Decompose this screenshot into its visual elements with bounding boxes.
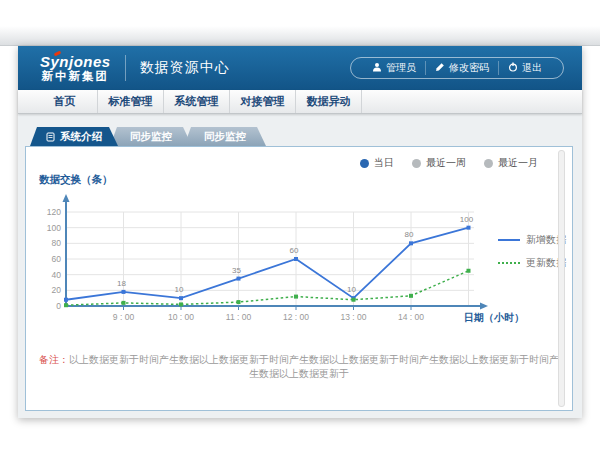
radio-label: 当日 (374, 156, 394, 170)
svg-text:120: 120 (47, 207, 61, 217)
svg-text:40: 40 (52, 270, 62, 280)
radio-label: 最近一月 (498, 156, 538, 170)
nav-item-system-mgmt[interactable]: 系统管理 (164, 90, 230, 113)
solid-line-swatch-icon (498, 239, 520, 241)
tab-bar: 系统介绍 同步监控 同步监控 (30, 127, 266, 146)
panel-scrollbar[interactable] (558, 150, 565, 407)
logo-primary-text: Synjones (40, 54, 111, 69)
page-title: 数据资源中心 (140, 59, 230, 77)
tab-label: 同步监控 (204, 127, 246, 146)
svg-text:60: 60 (290, 246, 299, 255)
radio-unselected-icon (412, 159, 421, 168)
legend-item-updated-data[interactable]: 更新数据 (498, 256, 566, 270)
radio-last-month[interactable]: 最近一月 (484, 156, 538, 170)
logout-label: 退出 (522, 61, 542, 75)
user-icon (372, 62, 386, 74)
tab-label: 系统介绍 (60, 127, 102, 146)
svg-text:10: 10 (347, 285, 356, 294)
tab-label: 同步监控 (130, 127, 172, 146)
current-user-button[interactable]: 管理员 (363, 61, 425, 75)
radio-today[interactable]: 当日 (360, 156, 394, 170)
logout-icon (508, 62, 522, 74)
app-window: Synjones 新中新集团 数据资源中心 管理员 修改密码 (18, 46, 582, 418)
radio-label: 最近一周 (426, 156, 466, 170)
svg-text:60: 60 (52, 254, 62, 264)
main-nav: 首页 标准管理 系统管理 对接管理 数据异动 (18, 90, 582, 114)
svg-text:100: 100 (47, 223, 61, 233)
chart-area: 0204060801001209 : 0010 : 0011 : 0012 : … (36, 185, 526, 343)
svg-text:18: 18 (117, 279, 126, 288)
nav-item-interface-mgmt[interactable]: 对接管理 (230, 90, 296, 113)
document-icon (46, 132, 55, 142)
nav-item-data-change[interactable]: 数据异动 (296, 90, 362, 113)
header-divider (125, 55, 126, 81)
footnote-prefix: 备注： (39, 354, 69, 365)
svg-text:100: 100 (460, 215, 474, 224)
svg-text:12 : 00: 12 : 00 (283, 312, 309, 322)
user-toolbar: 管理员 修改密码 退出 (350, 57, 564, 79)
svg-text:10: 10 (175, 285, 184, 294)
radio-selected-icon (360, 159, 369, 168)
logout-button[interactable]: 退出 (498, 61, 551, 75)
content-panel: 当日 最近一周 最近一月 数据交换（条） 0204060801001209 : … (25, 146, 573, 411)
footnote: 备注：以上数据更新于时间产生数据以上数据更新于时间产生数据以上数据更新于时间产生… (36, 353, 562, 381)
change-password-button[interactable]: 修改密码 (425, 61, 498, 75)
user-label: 管理员 (386, 61, 416, 75)
tab-system-intro[interactable]: 系统介绍 (30, 127, 118, 146)
radio-unselected-icon (484, 159, 493, 168)
svg-text:日期（小时）: 日期（小时） (464, 312, 524, 323)
top-band (0, 26, 600, 46)
svg-text:35: 35 (232, 266, 241, 275)
nav-item-standard-mgmt[interactable]: 标准管理 (98, 90, 164, 113)
svg-text:80: 80 (52, 238, 62, 248)
edit-icon (435, 62, 449, 74)
nav-item-home[interactable]: 首页 (32, 90, 98, 113)
svg-text:0: 0 (56, 301, 61, 311)
tab-sync-monitor-2[interactable]: 同步监控 (184, 127, 266, 146)
header: Synjones 新中新集团 数据资源中心 管理员 修改密码 (18, 46, 582, 90)
chart-legend: 新增数据 更新数据 (498, 233, 566, 279)
svg-text:20: 20 (52, 285, 62, 295)
svg-text:10 : 00: 10 : 00 (168, 312, 194, 322)
svg-text:13 : 00: 13 : 00 (341, 312, 367, 322)
period-filter-group: 当日 最近一周 最近一月 (360, 156, 538, 170)
radio-last-week[interactable]: 最近一周 (412, 156, 466, 170)
legend-item-new-data[interactable]: 新增数据 (498, 233, 566, 247)
svg-text:14 : 00: 14 : 00 (398, 312, 424, 322)
svg-text:9 : 00: 9 : 00 (113, 312, 135, 322)
brand-logo: Synjones 新中新集团 (40, 54, 111, 83)
dotted-line-swatch-icon (498, 262, 520, 264)
svg-text:11 : 00: 11 : 00 (226, 312, 252, 322)
change-password-label: 修改密码 (449, 61, 489, 75)
line-chart-svg: 0204060801001209 : 0010 : 0011 : 0012 : … (36, 185, 526, 343)
svg-text:80: 80 (405, 230, 414, 239)
footnote-text: 以上数据更新于时间产生数据以上数据更新于时间产生数据以上数据更新于时间产生数据以… (69, 354, 559, 379)
logo-secondary-text: 新中新集团 (40, 71, 111, 83)
tab-sync-monitor-1[interactable]: 同步监控 (110, 127, 192, 146)
